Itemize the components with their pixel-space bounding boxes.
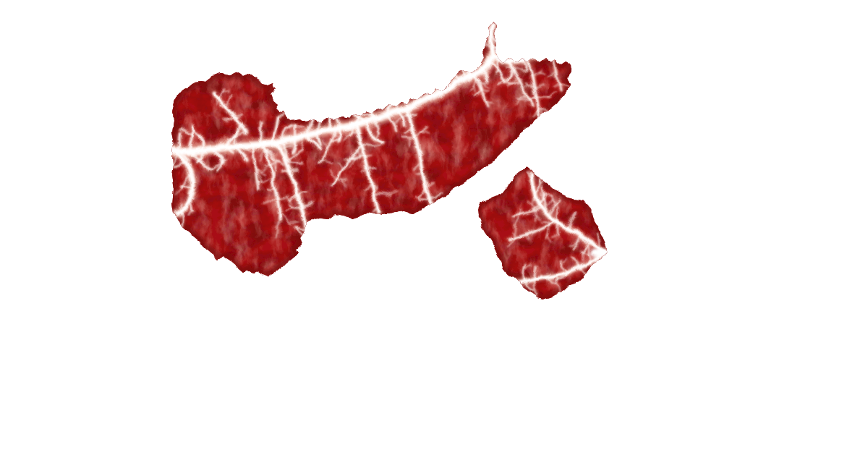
map-raster — [6, 6, 610, 379]
